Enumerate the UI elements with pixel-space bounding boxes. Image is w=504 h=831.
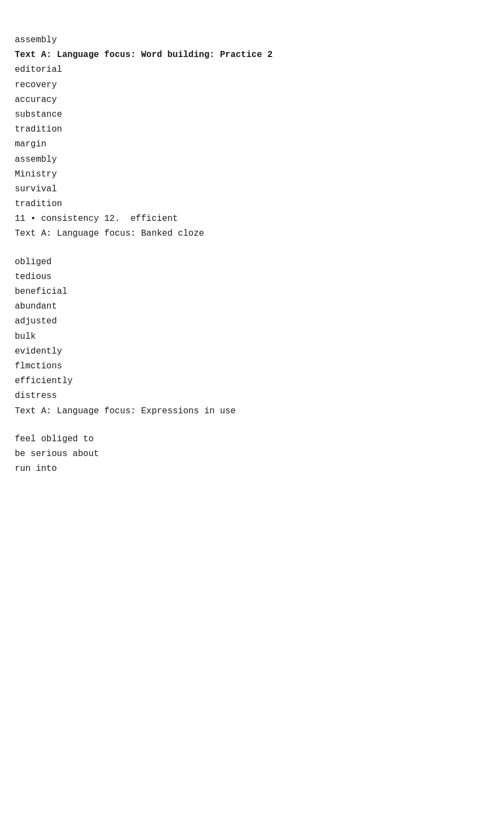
line-8: margin [15, 137, 489, 152]
line-28: run into [15, 462, 489, 476]
line-3: editorial [15, 62, 489, 77]
line-21: evidently [15, 344, 489, 359]
line-5: accuracy [15, 93, 489, 107]
line-23: efficiently [15, 374, 489, 389]
spacer-2 [15, 419, 489, 432]
line-2: Text A: Language focus: Word building: P… [15, 48, 489, 62]
line-9: assembly [15, 152, 489, 167]
line-27: be serious about [15, 447, 489, 462]
line-12: tradition [15, 197, 489, 212]
line-18: abundant [15, 299, 489, 314]
line-26: feel obliged to [15, 432, 489, 447]
spacer-1 [15, 242, 489, 255]
main-content: assemblyText A: Language focus: Word bui… [15, 33, 489, 476]
line-14: Text A: Language focus: Banked cloze [15, 226, 489, 241]
line-25: Text A: Language focus: Expressions in u… [15, 404, 489, 419]
line-7: tradition [15, 122, 489, 137]
line-15: obliged [15, 255, 489, 270]
line-22: flmctions [15, 359, 489, 374]
line-24: distress [15, 389, 489, 403]
line-13: 11 • consistency 12. efficient [15, 212, 489, 226]
line-10: Ministry [15, 167, 489, 182]
line-1: assembly [15, 33, 489, 48]
line-16: tedious [15, 270, 489, 284]
line-4: recovery [15, 78, 489, 93]
line-19: adjusted [15, 314, 489, 329]
line-17: beneficial [15, 284, 489, 299]
line-11: survival [15, 182, 489, 197]
line-20: bulk [15, 329, 489, 344]
line-6: substance [15, 107, 489, 122]
